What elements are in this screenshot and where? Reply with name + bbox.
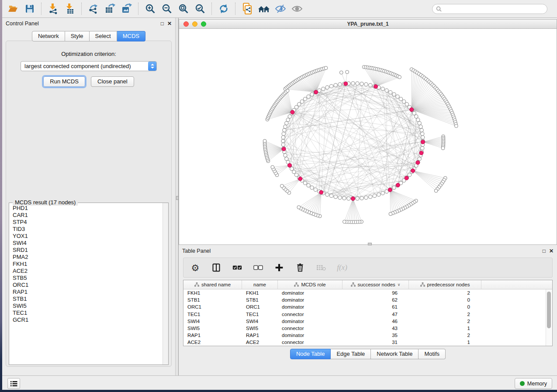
deselect-all-icon[interactable]	[253, 262, 264, 273]
mcds-result-box: MCDS result (17 nodes) PHD1 CAR1 STP4 TI…	[9, 203, 169, 365]
search-box[interactable]	[432, 4, 547, 14]
mcds-result-item[interactable]: TID3	[9, 226, 163, 233]
function-builder-icon[interactable]: f(x)	[336, 262, 348, 273]
table-body: FKH1FKH1dominator962 STB1STB1dominator62…	[183, 289, 546, 346]
float-panel-icon[interactable]: □	[543, 248, 546, 254]
tab-network[interactable]: Network	[32, 31, 65, 41]
network-graph[interactable]	[179, 29, 557, 244]
save-session-icon[interactable]	[21, 2, 38, 16]
table-row[interactable]: SWI4SWI4dominator462	[183, 318, 546, 325]
mcds-result-list: PHD1 CAR1 STP4 TID3 YOX1 SWI4 SRD1 PMA2 …	[9, 205, 163, 364]
export-table-icon[interactable]	[102, 2, 118, 16]
delete-table-icon[interactable]	[315, 262, 327, 273]
mcds-result-item[interactable]: STB5	[9, 275, 163, 282]
toolbar-separator	[138, 3, 139, 15]
toolbar-separator	[81, 3, 82, 15]
vertical-splitter[interactable]	[175, 18, 179, 376]
export-network-icon[interactable]	[85, 2, 102, 16]
tab-mcds[interactable]: MCDS	[117, 31, 145, 41]
column-header-predecessor-nodes[interactable]: predecessor nodes	[409, 280, 481, 289]
import-network-icon[interactable]	[45, 2, 62, 16]
mcds-result-item[interactable]: SRD1	[9, 247, 163, 254]
column-header-name[interactable]: name	[242, 280, 278, 289]
run-mcds-button[interactable]: Run MCDS	[43, 76, 85, 87]
search-icon	[436, 6, 442, 12]
mcds-result-item[interactable]: PMA2	[9, 254, 163, 261]
mcds-result-item[interactable]: TEC1	[9, 309, 163, 316]
delete-column-icon[interactable]	[294, 262, 306, 273]
table-row[interactable]: SWI5SWI5connector431	[183, 325, 546, 332]
mcds-result-item[interactable]: STB1	[9, 296, 163, 303]
close-panel-button[interactable]: Close panel	[91, 76, 134, 87]
network-canvas[interactable]	[179, 29, 557, 245]
home-icon[interactable]	[256, 2, 272, 16]
tab-style[interactable]: Style	[65, 31, 90, 41]
dropdown-stepper-icon	[148, 62, 156, 71]
tab-motifs[interactable]: Motifs	[419, 349, 446, 359]
column-header-mcds-role[interactable]: MCDS role	[278, 280, 343, 289]
table-row[interactable]: TEC1TEC1connector472	[183, 311, 546, 318]
close-panel-icon[interactable]: ✕	[549, 248, 554, 254]
table-row[interactable]: ACE2ACE2connector311	[183, 339, 546, 346]
select-all-icon[interactable]	[232, 262, 243, 273]
criterion-value: largest connected component (undirected)	[21, 63, 148, 69]
export-image-icon[interactable]	[118, 2, 135, 16]
list-icon	[10, 381, 17, 387]
close-panel-icon[interactable]: ✕	[167, 21, 172, 26]
float-panel-icon[interactable]: □	[161, 21, 164, 26]
search-input[interactable]	[444, 6, 543, 13]
tab-select[interactable]: Select	[90, 31, 117, 41]
app-window: Control Panel □ ✕ Network Style Select M…	[2, 0, 557, 390]
toolbar-separator	[211, 3, 212, 15]
scrollbar-thumb[interactable]	[547, 292, 551, 328]
open-session-icon[interactable]	[5, 2, 21, 16]
zoom-in-icon[interactable]	[142, 2, 159, 16]
mcds-result-item[interactable]: YOX1	[9, 233, 163, 240]
mcds-result-item[interactable]: PHD1	[9, 205, 163, 212]
sort-descending-icon: ∨	[398, 282, 401, 287]
mcds-result-item[interactable]: SWI4	[9, 240, 163, 247]
mcds-result-item[interactable]: STP4	[9, 219, 163, 226]
tab-network-table[interactable]: Network Table	[371, 349, 419, 359]
mcds-result-item[interactable]: SWI5	[9, 303, 163, 309]
tab-node-table[interactable]: Node Table	[290, 349, 331, 359]
refresh-layout-icon[interactable]	[215, 2, 232, 16]
mcds-result-item[interactable]: RAP1	[9, 289, 163, 296]
toolbar-separator	[235, 3, 236, 15]
node-table: shared name name MCDS role successor nod…	[183, 280, 553, 346]
control-panel: Control Panel □ ✕ Network Style Select M…	[2, 18, 175, 376]
duplicate-network-icon[interactable]	[239, 2, 256, 16]
toolbar-separator	[41, 3, 42, 15]
hide-graphics-details-icon[interactable]	[272, 2, 289, 16]
table-row[interactable]: STB1STB1dominator620	[183, 296, 546, 303]
column-header-shared-name[interactable]: shared name	[183, 280, 242, 289]
task-history-button[interactable]	[7, 378, 20, 389]
birds-eye-view-icon[interactable]	[289, 2, 305, 16]
table-row[interactable]: FKH1FKH1dominator962	[183, 289, 546, 296]
zoom-selected-icon[interactable]	[192, 2, 208, 16]
zoom-fit-icon[interactable]	[175, 2, 192, 16]
network-title-bar[interactable]: YPA_prune.txt_1	[179, 19, 557, 29]
memory-status-icon	[520, 381, 525, 386]
network-title: YPA_prune.txt_1	[179, 21, 557, 27]
tab-edge-table[interactable]: Edge Table	[331, 349, 371, 359]
mcds-result-item[interactable]: ORC1	[9, 282, 163, 289]
mcds-result-item[interactable]: ACE2	[9, 268, 163, 275]
add-column-icon[interactable]	[273, 262, 285, 273]
table-row[interactable]: ORC1ORC1dominator610	[183, 303, 546, 310]
hierarchy-icon	[294, 282, 299, 287]
memory-button[interactable]: Memory	[515, 378, 552, 389]
column-header-successor-nodes[interactable]: successor nodes ∨	[343, 280, 409, 289]
mcds-result-item[interactable]: FKH1	[9, 261, 163, 268]
import-table-icon[interactable]	[62, 2, 78, 16]
zoom-out-icon[interactable]	[159, 2, 175, 16]
hierarchy-icon	[420, 282, 425, 287]
mcds-result-item[interactable]: GCR1	[9, 316, 163, 323]
table-scrollbar[interactable]	[546, 289, 552, 346]
table-settings-icon[interactable]: ⚙	[190, 262, 201, 273]
columns-icon[interactable]	[211, 262, 222, 273]
criterion-dropdown[interactable]: largest connected component (undirected)	[21, 61, 157, 71]
result-scrollbar[interactable]	[163, 203, 168, 364]
mcds-result-item[interactable]: CAR1	[9, 212, 163, 219]
table-row[interactable]: RAP1RAP1dominator352	[183, 332, 546, 339]
